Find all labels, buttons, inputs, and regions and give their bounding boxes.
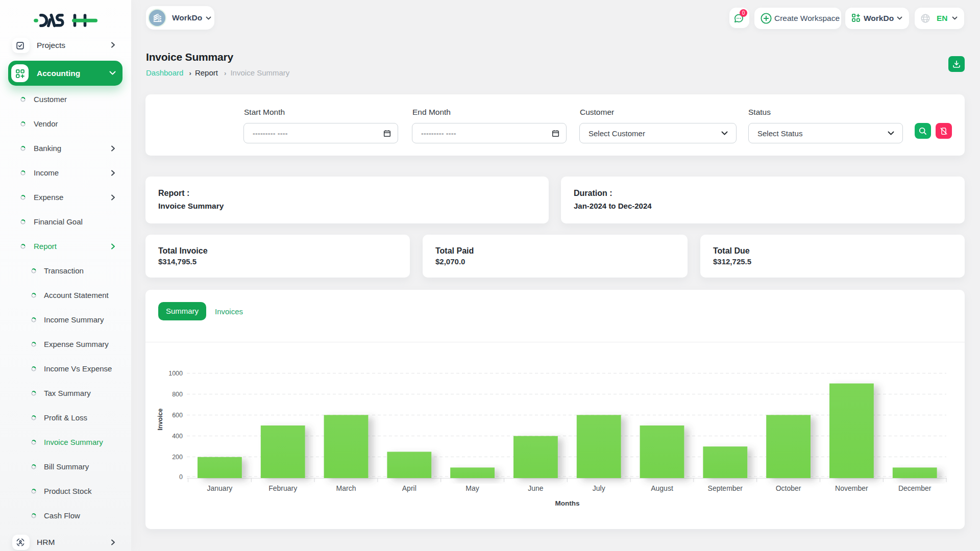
svg-text:April: April — [402, 484, 416, 492]
svg-text:July: July — [593, 484, 605, 492]
svg-text:June: June — [528, 484, 544, 492]
svg-text:1000: 1000 — [168, 370, 183, 377]
svg-text:August: August — [651, 484, 673, 492]
svg-text:March: March — [336, 484, 356, 492]
svg-text:200: 200 — [172, 454, 183, 461]
svg-text:January: January — [207, 484, 232, 492]
svg-text:May: May — [465, 484, 479, 492]
svg-text:800: 800 — [172, 391, 183, 398]
svg-text:400: 400 — [172, 433, 183, 440]
svg-text:October: October — [776, 484, 801, 492]
svg-text:November: November — [835, 484, 868, 492]
svg-text:600: 600 — [172, 412, 183, 419]
svg-text:Months: Months — [555, 499, 580, 507]
svg-text:0: 0 — [179, 473, 183, 481]
svg-text:December: December — [898, 484, 932, 492]
svg-text:Invoice: Invoice — [157, 408, 164, 430]
svg-text:September: September — [708, 484, 743, 492]
svg-text:February: February — [268, 484, 297, 492]
